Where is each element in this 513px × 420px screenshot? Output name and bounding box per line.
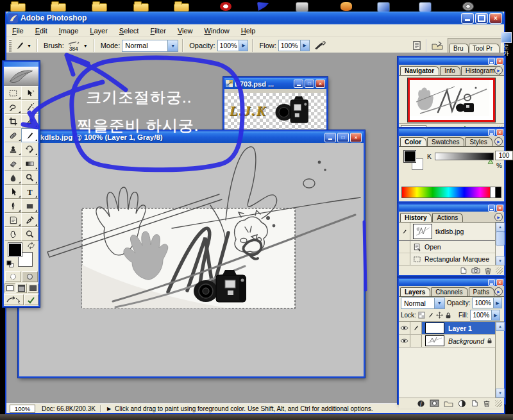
- layer-row-background[interactable]: Background: [399, 335, 504, 348]
- scroll-up-icon[interactable]: ▲: [496, 322, 505, 331]
- menu-image[interactable]: Image: [53, 26, 85, 36]
- panel-resize-grip[interactable]: [496, 267, 503, 274]
- tool-clone-stamp[interactable]: [4, 142, 22, 156]
- tab-actions[interactable]: Actions: [432, 213, 463, 222]
- menu-view[interactable]: View: [172, 26, 199, 36]
- mode-dropdown-icon[interactable]: ▼: [167, 40, 178, 51]
- layer-row-layer1[interactable]: Layer 1: [399, 322, 504, 335]
- history-scrollbar[interactable]: ▲ ▼: [495, 223, 504, 265]
- color-spectrum-ramp[interactable]: [401, 187, 501, 198]
- tab-swatches[interactable]: Swatches: [427, 137, 464, 146]
- tab-channels[interactable]: Channels: [431, 287, 467, 296]
- panel-close-button[interactable]: ×: [496, 205, 503, 212]
- tool-pen[interactable]: [4, 199, 22, 213]
- opacity-slider-icon[interactable]: ▶: [493, 298, 501, 308]
- tool-dodge[interactable]: [21, 171, 38, 185]
- desktop-red-badge-icon[interactable]: [217, 1, 236, 11]
- scroll-down-icon[interactable]: ▼: [496, 256, 505, 265]
- desktop-computer-icon[interactable]: [292, 1, 312, 11]
- panel-resize-grip[interactable]: [495, 400, 502, 407]
- tool-magic-wand[interactable]: [21, 100, 38, 114]
- lock-transparency-icon[interactable]: [418, 312, 425, 319]
- app-titlebar[interactable]: Adobe Photoshop ×: [6, 12, 504, 24]
- toolbox-titlebar[interactable]: [4, 62, 38, 67]
- close-button[interactable]: ×: [489, 13, 502, 24]
- tool-eyedropper[interactable]: [21, 213, 38, 227]
- menu-help[interactable]: Help: [235, 26, 262, 36]
- navigator-titlebar[interactable]: ×: [399, 58, 504, 65]
- tool-notes[interactable]: [4, 213, 22, 227]
- tkdlsb-titlebar[interactable]: tkdlsb.jpg @ 100% (Layer 1, Gray/8) □ ×: [19, 131, 364, 143]
- tool-gradient[interactable]: [21, 156, 38, 171]
- flow-slider-icon[interactable]: ▶: [300, 40, 309, 51]
- panel-minimize-button[interactable]: [488, 279, 495, 286]
- new-group-folder-icon[interactable]: [444, 400, 453, 407]
- standard-mode-button[interactable]: [5, 271, 21, 282]
- tool-slice[interactable]: [21, 114, 38, 128]
- desktop-folder-icon[interactable]: [49, 1, 68, 11]
- tool-history-brush[interactable]: [21, 142, 38, 156]
- desktop-orange-jar-icon[interactable]: [337, 1, 357, 11]
- set-source-cell[interactable]: [399, 253, 410, 265]
- status-zoom-input[interactable]: 100%: [10, 405, 35, 413]
- visibility-cell[interactable]: [399, 335, 410, 347]
- panel-close-button[interactable]: ×: [496, 58, 503, 65]
- tool-lasso[interactable]: [4, 100, 22, 114]
- history-state-open[interactable]: Open: [399, 241, 504, 253]
- brush-dropdown-arrow-icon[interactable]: ▼: [83, 44, 88, 48]
- tab-layers[interactable]: Layers: [400, 287, 430, 296]
- fullscreen-button[interactable]: [28, 283, 38, 293]
- panel-minimize-button[interactable]: [488, 58, 495, 65]
- k-channel-slider[interactable]: [435, 153, 494, 160]
- tab-info[interactable]: Info: [440, 66, 460, 75]
- desktop-documents-icon[interactable]: [416, 1, 435, 11]
- panel-close-button[interactable]: ×: [496, 279, 503, 286]
- desktop-folder-icon[interactable]: [8, 1, 28, 11]
- brushes-palette-icon[interactable]: [431, 40, 444, 51]
- blend-dropdown-icon[interactable]: ▼: [434, 298, 444, 308]
- layers-titlebar[interactable]: ×: [399, 279, 504, 286]
- layer-style-icon[interactable]: f: [417, 399, 425, 408]
- panel-menu-icon[interactable]: ▶: [494, 137, 503, 146]
- d703-close-button[interactable]: ×: [315, 80, 325, 88]
- menu-edit[interactable]: Edit: [29, 26, 53, 36]
- menu-filter[interactable]: Filter: [144, 26, 171, 36]
- brush-preview[interactable]: 384: [67, 40, 80, 51]
- fill-slider-icon[interactable]: ▶: [491, 310, 500, 320]
- history-state-marquee[interactable]: Rectangular Marquee: [399, 253, 504, 265]
- tkdlsb-minimize-button[interactable]: [324, 133, 336, 142]
- quickmask-mode-button[interactable]: [22, 271, 38, 282]
- swap-colors-icon[interactable]: [27, 242, 36, 249]
- background-name[interactable]: Background: [448, 337, 487, 345]
- panel-minimize-button[interactable]: [488, 129, 495, 136]
- menu-select[interactable]: Select: [114, 26, 145, 36]
- history-snapshot-row[interactable]: tkdlsb.jpg: [399, 223, 504, 241]
- desktop-folder-icon[interactable]: [131, 1, 151, 11]
- well-tab-tool-presets[interactable]: Tool Pr: [469, 44, 500, 53]
- tool-zoom[interactable]: [21, 227, 38, 241]
- mode-select[interactable]: Normal ▼: [122, 40, 178, 52]
- tool-blur[interactable]: [4, 171, 22, 185]
- tkdlsb-canvas[interactable]: [19, 143, 364, 376]
- panel-menu-icon[interactable]: ▶: [494, 213, 503, 221]
- k-value-input[interactable]: 100: [495, 151, 513, 160]
- tool-rectangle[interactable]: [21, 199, 38, 213]
- desktop-disc-icon[interactable]: [459, 1, 478, 11]
- brush-tool-icon[interactable]: [14, 40, 26, 51]
- add-mask-icon[interactable]: [430, 399, 439, 407]
- tkdlsb-maximize-button[interactable]: □: [337, 133, 349, 142]
- menu-window[interactable]: Window: [199, 26, 235, 36]
- d703-titlebar[interactable]: D703.psd ... □ ×: [224, 78, 326, 89]
- tool-move[interactable]: [21, 86, 38, 100]
- tkdlsb-close-button[interactable]: ×: [350, 133, 362, 142]
- layer-fill-input[interactable]: 100% ▶: [470, 310, 500, 321]
- panel-minimize-button[interactable]: [488, 205, 495, 212]
- lock-all-icon[interactable]: [445, 312, 451, 319]
- history-titlebar[interactable]: ×: [399, 205, 504, 212]
- scrollbar-thumb[interactable]: [496, 231, 505, 246]
- tab-styles[interactable]: Styles: [465, 137, 492, 146]
- opacity-input[interactable]: 100% ▶: [217, 40, 249, 51]
- tab-history[interactable]: History: [400, 213, 432, 222]
- black-swatch[interactable]: [495, 187, 501, 197]
- background-thumbnail[interactable]: [425, 335, 444, 346]
